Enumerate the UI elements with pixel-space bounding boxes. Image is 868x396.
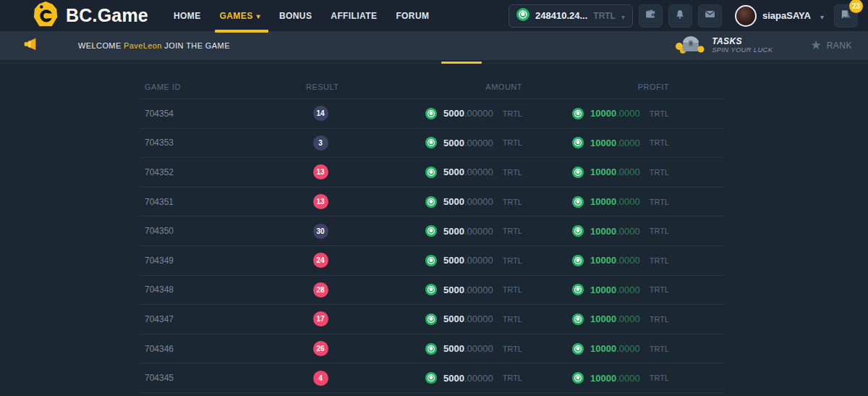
top-header: BC.Game HOME GAMES BONUS AFFILIATE FORUM… xyxy=(0,0,868,31)
amount-currency: TRTL xyxy=(503,345,522,353)
trtl-coin-icon xyxy=(425,255,437,266)
profit-integer: 10000 xyxy=(590,108,616,119)
tasks-widget[interactable]: TASKS SPIN YOUR LUCK xyxy=(674,33,773,58)
result-badge: 3 xyxy=(313,135,328,151)
chevron-down-icon xyxy=(621,9,625,22)
profit-cell: 10000 .0000 TRTL xyxy=(522,372,669,384)
game-id: 704345 xyxy=(140,373,306,383)
trtl-coin-icon xyxy=(516,8,529,24)
user-menu[interactable]: siapaSAYA xyxy=(735,5,824,27)
table-row[interactable]: 704352 13 5000 .00000 TRTL 10000 .0000 T… xyxy=(140,158,726,188)
game-id: 704348 xyxy=(140,285,306,295)
notifications-button[interactable] xyxy=(668,4,692,28)
trtl-coin-icon xyxy=(425,137,437,148)
profit-currency: TRTL xyxy=(650,168,669,177)
profit-decimals: .0000 xyxy=(616,343,640,354)
profit-currency: TRTL xyxy=(650,374,669,382)
envelope-icon xyxy=(704,8,716,23)
table-row[interactable]: 704353 3 5000 .00000 TRTL 10000 .0000 TR… xyxy=(140,129,726,159)
profit-decimals: .0000 xyxy=(616,138,640,148)
game-id: 704346 xyxy=(140,344,306,354)
amount-cell: 5000 .00000 TRTL xyxy=(335,137,522,148)
game-id: 704351 xyxy=(140,197,306,207)
game-id: 704353 xyxy=(140,138,306,148)
column-header-game-id: GAME ID xyxy=(140,83,306,91)
table-row[interactable]: 704347 17 5000 .00000 TRTL 10000 .0000 T… xyxy=(140,305,726,334)
trtl-coin-icon xyxy=(572,313,584,325)
profit-currency: TRTL xyxy=(650,109,669,118)
profit-currency: TRTL xyxy=(650,256,669,265)
announcement-bar: WELCOME PaveLeon JOIN THE GAME TASKS SPI… xyxy=(0,31,868,60)
game-id: 704354 xyxy=(140,109,306,119)
wallet-button[interactable] xyxy=(639,4,663,28)
nav-games[interactable]: GAMES xyxy=(210,0,270,31)
amount-cell: 5000 .00000 TRTL xyxy=(335,225,522,237)
profit-cell: 10000 .0000 TRTL xyxy=(522,225,669,237)
trtl-coin-icon xyxy=(425,284,437,295)
table-row[interactable]: 704346 26 5000 .00000 TRTL 10000 .0000 T… xyxy=(140,334,726,364)
result-badge: 17 xyxy=(313,311,328,327)
game-id: 704352 xyxy=(140,167,306,177)
game-id: 704347 xyxy=(140,314,306,324)
amount-decimals: .00000 xyxy=(464,226,493,237)
profit-decimals: .0000 xyxy=(616,226,640,237)
active-tab-indicator xyxy=(441,62,482,64)
column-header-profit: PROFIT xyxy=(522,83,669,91)
brand-logo[interactable]: BC.Game xyxy=(32,1,148,31)
table-row[interactable]: 704349 24 5000 .00000 TRTL 10000 .0000 T… xyxy=(140,246,726,276)
treasure-chest-icon xyxy=(674,33,705,58)
chevron-down-icon xyxy=(820,9,824,22)
rank-label: RANK xyxy=(827,41,852,51)
tasks-subtitle: SPIN YOUR LUCK xyxy=(712,46,773,54)
table-row[interactable]: 704354 14 5000 .00000 TRTL 10000 .0000 T… xyxy=(140,99,726,129)
chevron-down-icon xyxy=(257,11,260,21)
table-row[interactable]: 704345 4 5000 .00000 TRTL 10000 .0000 TR… xyxy=(140,363,726,393)
chat-button[interactable]: 23 xyxy=(834,4,858,28)
profit-integer: 10000 xyxy=(590,138,616,148)
messages-button[interactable] xyxy=(698,4,722,28)
rank-widget[interactable]: RANK xyxy=(810,39,852,52)
column-header-result: RESULT xyxy=(306,83,335,91)
nav-bonus[interactable]: BONUS xyxy=(270,0,321,31)
amount-integer: 5000 xyxy=(443,226,464,237)
profit-integer: 10000 xyxy=(590,285,616,295)
profit-integer: 10000 xyxy=(590,167,616,177)
bets-table-header: GAME ID RESULT AMOUNT PROFIT xyxy=(140,75,726,99)
tasks-title: TASKS xyxy=(712,37,773,47)
amount-integer: 5000 xyxy=(443,108,464,119)
profit-cell: 10000 .0000 TRTL xyxy=(522,313,669,325)
profit-decimals: .0000 xyxy=(616,313,640,324)
profit-integer: 10000 xyxy=(590,343,616,354)
balance-amount: 248410.24... xyxy=(535,10,587,21)
profit-currency: TRTL xyxy=(650,198,669,206)
profit-cell: 10000 .0000 TRTL xyxy=(522,284,669,295)
bell-icon xyxy=(674,9,686,23)
nav-forum[interactable]: FORUM xyxy=(386,0,438,31)
profit-cell: 10000 .0000 TRTL xyxy=(522,167,669,178)
amount-currency: TRTL xyxy=(503,168,522,177)
profit-currency: TRTL xyxy=(650,138,669,147)
profit-currency: TRTL xyxy=(650,345,669,353)
balance-selector[interactable]: 248410.24... TRTL xyxy=(509,4,633,28)
amount-integer: 5000 xyxy=(443,285,464,295)
amount-decimals: .00000 xyxy=(464,167,493,177)
result-badge: 4 xyxy=(313,371,328,386)
megaphone-icon xyxy=(22,36,39,55)
amount-currency: TRTL xyxy=(503,198,522,206)
nav-home[interactable]: HOME xyxy=(164,0,210,31)
amount-integer: 5000 xyxy=(443,343,464,354)
trtl-coin-icon xyxy=(425,196,437,208)
table-row[interactable]: 704350 30 5000 .00000 TRTL 10000 .0000 T… xyxy=(140,216,726,246)
game-id: 704349 xyxy=(140,256,306,266)
amount-currency: TRTL xyxy=(503,374,522,382)
amount-cell: 5000 .00000 TRTL xyxy=(335,255,522,266)
profit-integer: 10000 xyxy=(590,373,616,384)
result-badge: 24 xyxy=(313,253,328,268)
profit-decimals: .0000 xyxy=(616,373,640,384)
trtl-coin-icon xyxy=(572,167,584,178)
nav-affiliate[interactable]: AFFILIATE xyxy=(321,0,386,31)
table-row[interactable]: 704348 28 5000 .00000 TRTL 10000 .0000 T… xyxy=(140,276,726,306)
game-id: 704350 xyxy=(140,226,306,236)
table-row[interactable]: 704351 13 5000 .00000 TRTL 10000 .0000 T… xyxy=(140,188,726,217)
profit-integer: 10000 xyxy=(590,226,616,237)
